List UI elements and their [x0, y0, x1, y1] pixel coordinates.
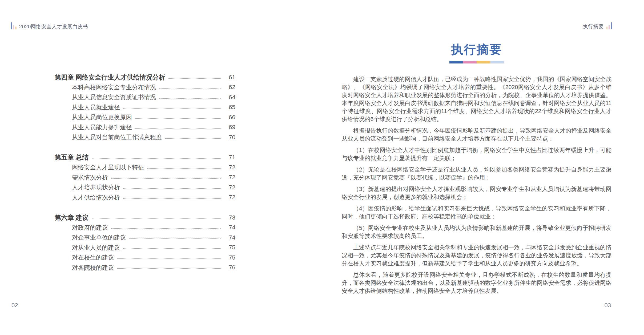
dotted-leader — [123, 248, 221, 249]
toc-entry-page: 71 — [224, 154, 235, 161]
dotted-leader — [123, 108, 221, 109]
underline-segment — [449, 61, 463, 63]
summary-paragraph: 建设一支素质过硬的网信人才队伍，已经成为一种战略性国家安全优势，我国的《国家网络… — [342, 75, 611, 123]
dotted-leader — [165, 138, 221, 139]
logo-bar — [15, 27, 17, 29]
toc-entry-page: 73 — [224, 214, 235, 221]
toc-sub-entry[interactable]: 对从业人员的建议75 — [55, 243, 235, 253]
underline-segment — [490, 61, 504, 63]
page-title: 执行摘要 — [342, 43, 611, 57]
toc-sub-entry[interactable]: 从业人员对当前岗位工作满意程度70 — [55, 132, 235, 142]
toc-sub-entry[interactable]: 网络安全人才呈现以下特征72 — [55, 162, 235, 173]
toc-entry-label: 第五章 总结 — [55, 153, 88, 162]
toc-section: 第四章 网络安全行业人才供给情况分析61本科高校网络安全专业分布情况62从业人员… — [55, 72, 235, 142]
executive-summary: 执行摘要 建设一支素质过硬的网信人才队伍，已经成为一种战略性国家安全优势，我国的… — [342, 43, 611, 298]
toc-entry-label: 需求情况分析 — [72, 173, 108, 182]
dotted-leader — [159, 88, 221, 89]
toc-entry-page: 62 — [224, 84, 235, 91]
toc-entry-label: 对政府的建议 — [72, 224, 108, 232]
toc-entry-label: 从业人员对当前岗位工作满意程度 — [72, 133, 162, 141]
toc-entry-page: 74 — [224, 224, 235, 231]
summary-paragraphs: 建设一支素质过硬的网信人才队伍，已经成为一种战略性国家安全优势，我国的《国家网络… — [342, 75, 611, 295]
dotted-leader — [117, 258, 221, 259]
section-title-header: 执行摘要 — [583, 23, 604, 30]
dotted-leader — [168, 78, 221, 79]
toc-sub-entry[interactable]: 从业人员能力提升途径69 — [55, 122, 235, 133]
logo-bar — [606, 27, 608, 29]
dotted-leader — [123, 198, 221, 199]
dotted-leader — [117, 268, 221, 269]
toc-sub-entry[interactable]: 对企事业单位的建议74 — [55, 233, 235, 243]
document-title: 2020网络安全人才发展白皮书 — [19, 23, 88, 30]
summary-paragraph: （4）因疫情的影响，给学生面试和实习带来巨大挑战，导致网络安全学生的实习和就业率… — [342, 205, 611, 221]
toc-sub-entry[interactable]: 对政府的建议74 — [55, 223, 235, 233]
toc-entry-page: 69 — [224, 124, 235, 131]
title-underline-decoration — [449, 61, 504, 63]
toc-entry-label: 网络安全人才呈现以下特征 — [72, 163, 144, 172]
toc-entry-page: 66 — [224, 114, 235, 121]
dotted-leader — [135, 128, 221, 129]
toc-sub-entry[interactable]: 对在校生的建议75 — [55, 253, 235, 263]
running-header-left: 2020网络安全人才发展白皮书 — [11, 22, 88, 30]
toc-entry-label: 第四章 网络安全行业人才供给情况分析 — [55, 73, 165, 82]
toc-entry-page: 72 — [224, 164, 235, 171]
summary-paragraph: 上述特点与近几年院校网络安全相关学科和专业的快速发展相一致，与网络安全越发受到企… — [342, 244, 611, 268]
toc-sub-entry[interactable]: 需求情况分析72 — [55, 173, 235, 183]
toc-entry-label: 对从业人员的建议 — [72, 244, 120, 252]
toc-sub-entry[interactable]: 人才培养现状分析72 — [55, 182, 235, 193]
toc-sub-entry[interactable]: 从业人员岗位更换原因66 — [55, 112, 235, 122]
logo-bars-icon — [606, 22, 612, 30]
toc-entry-page: 72 — [224, 174, 235, 181]
toc-sub-entry[interactable]: 人才供给情况分析72 — [55, 193, 235, 203]
toc-entry-label: 对在校生的建议 — [72, 253, 114, 262]
dotted-leader — [147, 168, 221, 169]
toc-entry-page: 70 — [224, 134, 235, 141]
page-number-left: 02 — [11, 302, 18, 309]
toc-entry-label: 对企事业单位的建议 — [72, 233, 126, 242]
dotted-leader — [135, 118, 221, 119]
toc-entry-label: 人才培养现状分析 — [72, 183, 120, 192]
toc-entry-page: 75 — [224, 254, 235, 261]
dotted-leader — [111, 178, 221, 179]
toc-entry-page: 72 — [224, 184, 235, 191]
running-header-right: 执行摘要 — [583, 22, 612, 30]
toc-entry-page: 72 — [224, 194, 235, 201]
dotted-leader — [129, 238, 221, 239]
logo-bar — [609, 25, 610, 29]
toc-chapter-entry[interactable]: 第四章 网络安全行业人才供给情况分析61 — [55, 72, 235, 82]
toc-chapter-entry[interactable]: 第六章 建议73 — [55, 213, 235, 223]
page-number-right: 03 — [605, 302, 611, 309]
dotted-leader — [92, 218, 221, 219]
logo-bar — [611, 22, 612, 29]
toc-sub-entry[interactable]: 从业人员信息安全资质证书情况64 — [55, 92, 235, 102]
logo-bars-icon — [11, 22, 17, 30]
logo-bar — [11, 22, 12, 29]
toc-entry-label: 本科高校网络安全专业分布情况 — [72, 83, 156, 91]
summary-paragraph: （1）在校网络安全人才中性别比例愈加趋于均衡，网络安全学生中女性占比连续两年缓慢… — [342, 146, 611, 162]
toc-entry-page: 75 — [224, 244, 235, 251]
dotted-leader — [123, 188, 221, 189]
toc-entry-page: 74 — [224, 234, 235, 241]
dotted-leader — [92, 158, 221, 159]
toc-section: 第五章 总结71网络安全人才呈现以下特征72需求情况分析72人才培养现状分析72… — [55, 153, 235, 203]
logo-bar — [13, 25, 14, 29]
toc-entry-label: 人才供给情况分析 — [72, 193, 120, 202]
toc-entry-page: 61 — [224, 74, 235, 81]
toc-entry-label: 从业人员就业途径 — [72, 103, 120, 111]
toc-chapter-entry[interactable]: 第五章 总结71 — [55, 153, 235, 163]
dotted-leader — [111, 228, 221, 229]
summary-paragraph: （5）网络安全专业在校生及从业人员均认为疫情影响和新基建的开展，将导致企业更倾向… — [342, 224, 611, 240]
toc-sub-entry[interactable]: 本科高校网络安全专业分布情况62 — [55, 82, 235, 93]
toc-entry-label: 从业人员信息安全资质证书情况 — [72, 93, 156, 101]
underline-segment — [477, 61, 490, 63]
toc-sub-entry[interactable]: 从业人员就业途径65 — [55, 102, 235, 113]
toc-entry-label: 第六章 建议 — [55, 213, 88, 222]
toc-entry-page: 76 — [224, 264, 235, 271]
toc-sub-entry[interactable]: 对各院校的建议76 — [55, 263, 235, 273]
toc-entry-page: 64 — [224, 94, 235, 101]
dotted-leader — [159, 98, 221, 99]
summary-paragraph: 根据报告执行的数据分析情况，今年因疫情影响及新基建的提出，导致网络安全人才的择业… — [342, 127, 611, 143]
summary-paragraph: 总体来看，随着更多院校开设网络安全相关专业，且办学模式不断成熟，在校生的数量和质… — [342, 271, 611, 295]
toc-section: 第六章 建议73对政府的建议74对企事业单位的建议74对从业人员的建议75对在校… — [55, 213, 235, 273]
underline-segment — [463, 61, 477, 63]
